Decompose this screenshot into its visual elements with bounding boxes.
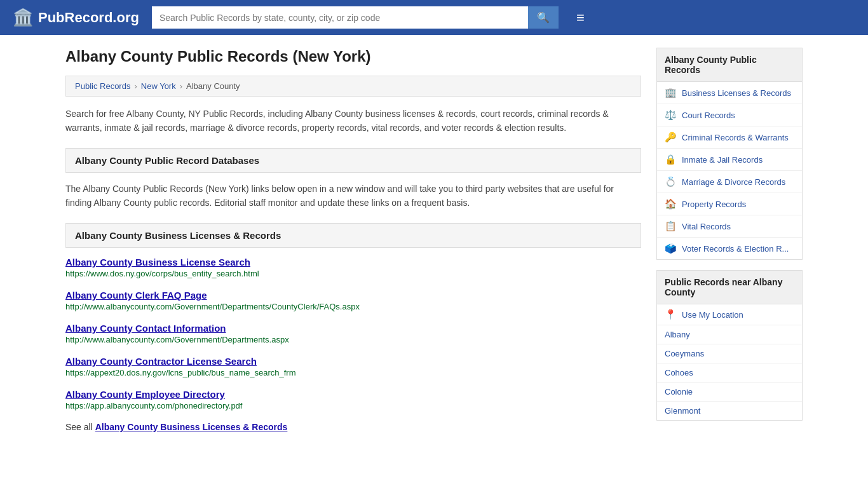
- sidebar-label-1: Court Records: [682, 111, 735, 120]
- record-title-2[interactable]: Albany County Contact Information: [65, 323, 641, 334]
- sidebar-item-2[interactable]: 🔑Criminal Records & Warrants: [657, 126, 802, 149]
- sidebar-label-4: Marriage & Divorce Records: [682, 177, 785, 187]
- sidebar-icon-0: 🏢: [665, 87, 677, 98]
- records-list: Albany County Business License Search ht…: [65, 257, 641, 410]
- breadcrumb-sep-2: ›: [180, 81, 182, 91]
- breadcrumb-sep-1: ›: [134, 81, 137, 91]
- sidebar-city-1[interactable]: Coeymans: [657, 344, 802, 363]
- breadcrumb-new-york[interactable]: New York: [141, 81, 176, 91]
- sidebar-city-4[interactable]: Glenmont: [657, 402, 802, 420]
- record-title-0[interactable]: Albany County Business License Search: [65, 257, 641, 268]
- record-url-3: https://appext20.dos.ny.gov/lcns_public/…: [65, 368, 641, 377]
- sidebar-icon-3: 🔒: [665, 154, 677, 165]
- sidebar-public-records-header: Albany County Public Records: [656, 48, 803, 82]
- page-title: Albany County Public Records (New York): [65, 48, 641, 65]
- sidebar-icon-2: 🔑: [665, 132, 677, 143]
- sidebar-item-0[interactable]: 🏢Business Licenses & Records: [657, 82, 802, 104]
- breadcrumb: Public Records › New York › Albany Count…: [65, 76, 641, 97]
- sidebar-item-1[interactable]: ⚖️Court Records: [657, 104, 802, 126]
- sidebar-city-3[interactable]: Colonie: [657, 383, 802, 402]
- sidebar-icon-5: 🏠: [665, 198, 677, 210]
- hamburger-icon: ≡: [576, 10, 585, 25]
- sidebar-label-0: Business Licenses & Records: [682, 88, 791, 98]
- sidebar-item-7[interactable]: 🗳️Voter Records & Election R...: [657, 238, 802, 259]
- sidebar-item-6[interactable]: 📋Vital Records: [657, 215, 802, 238]
- sidebar-label-6: Vital Records: [682, 222, 731, 231]
- description: Search for free Albany County, NY Public…: [65, 107, 641, 135]
- sidebar-near-header: Public Records near Albany County: [656, 270, 803, 304]
- sidebar-icon-6: 📋: [665, 220, 677, 232]
- sidebar-icon-7: 🗳️: [665, 243, 677, 254]
- sidebar-label-3: Inmate & Jail Records: [682, 155, 763, 165]
- see-all-line: See all Albany County Business Licenses …: [65, 422, 641, 432]
- record-entry-4: Albany County Employee Directory https:/…: [65, 389, 641, 410]
- breadcrumb-albany-county: Albany County: [186, 81, 240, 91]
- sidebar: Albany County Public Records 🏢Business L…: [656, 48, 803, 432]
- sidebar-records-list: 🏢Business Licenses & Records⚖️Court Reco…: [656, 82, 803, 260]
- menu-button[interactable]: ≡: [571, 8, 590, 27]
- content-area: Albany County Public Records (New York) …: [65, 48, 641, 432]
- main-container: Albany County Public Records (New York) …: [53, 35, 815, 445]
- sidebar-label-5: Property Records: [682, 200, 746, 209]
- sidebar-label-2: Criminal Records & Warrants: [682, 133, 789, 142]
- breadcrumb-public-records[interactable]: Public Records: [75, 81, 130, 91]
- sidebar-near-list: 📍 Use My Location AlbanyCoeymansCohoesCo…: [656, 304, 803, 421]
- record-url-2: http://www.albanycounty.com/Government/D…: [65, 335, 641, 344]
- record-title-1[interactable]: Albany County Clerk FAQ Page: [65, 290, 641, 301]
- record-title-4[interactable]: Albany County Employee Directory: [65, 389, 641, 400]
- search-button[interactable]: 🔍: [528, 6, 559, 29]
- sidebar-icon-4: 💍: [665, 176, 677, 187]
- sidebar-item-5[interactable]: 🏠Property Records: [657, 193, 802, 215]
- logo-text: PubRecord.org: [38, 10, 139, 26]
- record-url-0: https://www.dos.ny.gov/corps/bus_entity_…: [65, 269, 641, 278]
- record-entry-2: Albany County Contact Information http:/…: [65, 323, 641, 344]
- see-all-static: See all: [65, 422, 95, 432]
- use-my-location[interactable]: 📍 Use My Location: [657, 304, 802, 325]
- building-icon: 🏛️: [13, 8, 33, 27]
- record-url-1: http://www.albanycounty.com/Government/D…: [65, 302, 641, 311]
- sidebar-label-7: Voter Records & Election R...: [682, 244, 789, 254]
- record-title-3[interactable]: Albany County Contractor License Search: [65, 356, 641, 367]
- header: 🏛️ PubRecord.org 🔍 ≡: [0, 0, 868, 35]
- db-description: The Albany County Public Records (New Yo…: [65, 182, 641, 210]
- business-section-header: Albany County Business Licenses & Record…: [65, 223, 641, 248]
- sidebar-city-2[interactable]: Cohoes: [657, 363, 802, 383]
- sidebar-item-4[interactable]: 💍Marriage & Divorce Records: [657, 171, 802, 193]
- record-entry-0: Albany County Business License Search ht…: [65, 257, 641, 278]
- sidebar-item-3[interactable]: 🔒Inmate & Jail Records: [657, 149, 802, 171]
- record-entry-3: Albany County Contractor License Search …: [65, 356, 641, 377]
- search-icon: 🔍: [537, 12, 550, 23]
- record-entry-1: Albany County Clerk FAQ Page http://www.…: [65, 290, 641, 311]
- db-section-header: Albany County Public Record Databases: [65, 148, 641, 173]
- logo-area[interactable]: 🏛️ PubRecord.org: [13, 8, 139, 27]
- sidebar-city-0[interactable]: Albany: [657, 325, 802, 344]
- record-url-4: https://app.albanycounty.com/phonedirect…: [65, 401, 641, 410]
- search-input[interactable]: [152, 6, 528, 29]
- sidebar-icon-1: ⚖️: [665, 109, 677, 121]
- see-all-link[interactable]: Albany County Business Licenses & Record…: [95, 422, 288, 432]
- search-form: 🔍: [152, 6, 559, 29]
- location-icon: 📍: [665, 309, 677, 320]
- use-my-location-label: Use My Location: [682, 310, 743, 320]
